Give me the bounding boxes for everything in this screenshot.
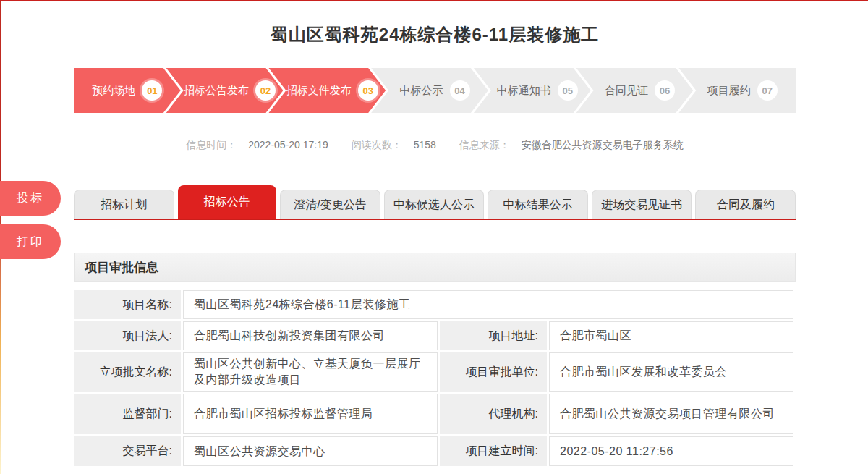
- field-label-project-address: 项目地址:: [440, 321, 547, 350]
- project-approval-table: 项目名称: 蜀山区蜀科苑24栋综合楼6-11层装修施工 项目法人: 合肥蜀山科技…: [74, 290, 796, 466]
- step-label: 中标通知书: [497, 84, 551, 98]
- step-announcement-published: 招标公告发布 02: [166, 68, 284, 113]
- field-label-approval-authority: 项目审批单位:: [440, 352, 547, 392]
- step-number-badge: 02: [255, 80, 276, 101]
- field-label-project-name: 项目名称:: [74, 290, 181, 319]
- step-number-badge: 05: [558, 80, 578, 101]
- step-award-notice: 中标通知书 05: [474, 68, 591, 113]
- print-button[interactable]: 打印: [0, 224, 61, 259]
- tab-candidate-publicity[interactable]: 中标候选人公示: [384, 190, 485, 219]
- step-label: 中标公示: [400, 84, 443, 98]
- step-project-performance: 项目履约 07: [678, 68, 796, 113]
- main-content: 蜀山区蜀科苑24栋综合楼6-11层装修施工 预约场地 01 招标公告发布 02 …: [74, 1, 796, 466]
- bid-button[interactable]: 投标: [0, 181, 61, 216]
- read-count-value: 5158: [414, 139, 436, 151]
- field-label-project-created-time: 项目建立时间:: [440, 436, 547, 466]
- step-label: 招标文件发布: [286, 84, 352, 98]
- step-number-badge: 07: [757, 80, 778, 101]
- step-contract-witness: 合同见证 06: [576, 68, 694, 113]
- field-value-trading-platform: 蜀山区公共资源交易中心: [183, 436, 438, 466]
- info-meta-line: 信息时间：2022-05-20 17:19 阅读次数：5158 信息来源：安徽合…: [74, 139, 796, 153]
- field-value-supervision-department: 合肥市蜀山区招标投标监督管理局: [183, 394, 438, 434]
- field-label-agency: 代理机构:: [440, 394, 547, 434]
- step-number-badge: 03: [358, 80, 378, 101]
- field-label-approval-document-name: 立项批文名称:: [74, 352, 181, 392]
- step-label: 招标公告发布: [184, 84, 249, 98]
- field-label-supervision-department: 监督部门:: [74, 394, 181, 434]
- process-step-bar: 预约场地 01 招标公告发布 02 招标文件发布 03 中标公示 04 中标通知…: [74, 68, 796, 113]
- info-time-value: 2022-05-20 17:19: [248, 139, 328, 151]
- tab-result-publicity[interactable]: 中标结果公示: [488, 190, 588, 219]
- field-value-project-legal-person: 合肥蜀山科技创新投资集团有限公司: [183, 321, 438, 350]
- step-label: 预约场地: [92, 84, 135, 98]
- field-value-agency: 合肥蜀山公共资源交易项目管理有限公司: [549, 394, 793, 434]
- section-title-project-approval-info: 项目审批信息: [74, 253, 796, 282]
- field-value-approval-authority: 合肥市蜀山区发展和改革委员会: [549, 352, 793, 392]
- field-value-project-created-time: 2022-05-20 11:27:56: [549, 436, 793, 466]
- page-title: 蜀山区蜀科苑24栋综合楼6-11层装修施工: [74, 1, 796, 46]
- tab-bar: 招标计划 招标公告 澄清/变更公告 中标候选人公示 中标结果公示 进场交易见证书…: [74, 185, 796, 219]
- info-source-label: 信息来源：: [459, 139, 510, 151]
- info-time-label: 信息时间：: [186, 139, 237, 151]
- tab-bid-announcement[interactable]: 招标公告: [178, 185, 277, 219]
- step-winner-publicity: 中标公示 04: [371, 68, 488, 113]
- tab-contract-and-performance[interactable]: 合同及履约: [695, 190, 796, 219]
- step-label: 合同见证: [605, 84, 648, 98]
- step-number-badge: 06: [655, 80, 675, 101]
- step-documents-published: 招标文件发布 03: [268, 68, 386, 113]
- field-label-project-legal-person: 项目法人:: [74, 321, 181, 350]
- tab-clarification-change-notice[interactable]: 澄清/变更公告: [280, 190, 380, 219]
- field-value-project-address: 合肥市蜀山区: [549, 321, 793, 350]
- field-value-project-name: 蜀山区蜀科苑24栋综合楼6-11层装修施工: [183, 290, 793, 319]
- info-source-value: 安徽合肥公共资源交易电子服务系统: [522, 139, 684, 151]
- tab-bid-plan[interactable]: 招标计划: [74, 190, 174, 219]
- step-number-badge: 04: [450, 80, 470, 101]
- step-reserve-venue: 预约场地 01: [74, 68, 181, 113]
- field-value-approval-document-name: 蜀山区公共创新中心、立基天厦负一层展厅及内部升级改造项目: [183, 352, 438, 392]
- field-label-trading-platform: 交易平台:: [74, 436, 181, 466]
- read-count-label: 阅读次数：: [352, 139, 402, 151]
- step-number-badge: 01: [142, 80, 162, 101]
- step-label: 项目履约: [707, 84, 751, 98]
- tab-entry-trade-certificate[interactable]: 进场交易见证书: [592, 190, 692, 219]
